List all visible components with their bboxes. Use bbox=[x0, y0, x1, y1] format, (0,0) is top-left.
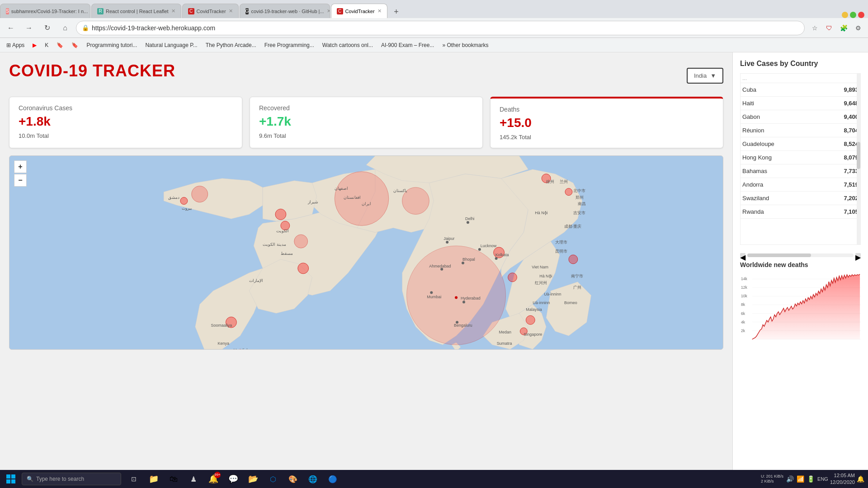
extensions-button[interactable]: 🧩 bbox=[837, 22, 850, 34]
svg-rect-90 bbox=[11, 474, 15, 479]
bookmark-free-prog[interactable]: Free Programming... bbox=[262, 41, 317, 49]
settings-button[interactable]: ⚙ bbox=[852, 22, 864, 34]
cases-value: +1.8k bbox=[19, 114, 233, 129]
zoom-in-button[interactable]: + bbox=[14, 160, 27, 173]
task-view-button[interactable]: ⊡ bbox=[125, 470, 143, 488]
forward-button[interactable]: → bbox=[22, 21, 36, 35]
shield-icon[interactable]: 🛡 bbox=[823, 22, 835, 34]
bookmark-apps[interactable]: ⊞ Apps bbox=[4, 41, 27, 49]
time-display: 12:05 AM 12/20/2020 bbox=[830, 472, 855, 486]
messages-taskbar[interactable]: 💬 bbox=[224, 470, 242, 488]
bookmark-b4[interactable]: 🔖 bbox=[69, 41, 81, 49]
bookmark-cartoons[interactable]: Watch cartoons onl... bbox=[320, 41, 376, 49]
svg-text:广州: 广州 bbox=[573, 285, 581, 290]
chrome-taskbar[interactable]: 🔵 bbox=[324, 470, 342, 488]
list-item: Rwanda7,105 bbox=[741, 205, 860, 219]
back-button[interactable]: ← bbox=[4, 21, 18, 35]
edge-taskbar[interactable]: 🌐 bbox=[304, 470, 322, 488]
svg-text:南宁市: 南宁市 bbox=[571, 274, 583, 278]
volume-icon[interactable]: 🔊 bbox=[786, 475, 794, 483]
list-item: Swaziland7,202 bbox=[741, 192, 860, 205]
vscode-taskbar[interactable]: ⬡ bbox=[264, 470, 282, 488]
taskbar-search[interactable]: 🔍 Type here to search bbox=[22, 473, 121, 485]
start-button[interactable] bbox=[0, 470, 22, 488]
svg-rect-89 bbox=[6, 474, 10, 479]
svg-point-1 bbox=[407, 246, 506, 345]
recovered-card: Recovered +1.7k 9.6m Total bbox=[250, 97, 483, 148]
list-item: Andorra7,519 bbox=[741, 178, 860, 192]
svg-text:پاکستان: پاکستان bbox=[393, 188, 407, 193]
close-button[interactable] bbox=[858, 12, 864, 18]
bookmarks-button[interactable]: ☆ bbox=[808, 22, 821, 34]
svg-rect-91 bbox=[6, 479, 10, 483]
bookmark-programming[interactable]: Programming tutori... bbox=[84, 41, 140, 49]
country-name: Cuba bbox=[742, 86, 756, 93]
country-selector[interactable]: India ▼ bbox=[687, 68, 723, 84]
partial-text: ... bbox=[742, 75, 747, 81]
battery-icon[interactable]: 🔋 bbox=[807, 475, 815, 483]
svg-text:مسقط: مسقط bbox=[281, 251, 293, 256]
deaths-label: Deaths bbox=[500, 106, 714, 113]
country-name: Swaziland bbox=[742, 195, 769, 202]
right-panel: Live Cases by Country ... Cuba9,893Haiti… bbox=[732, 52, 868, 488]
svg-text:ايران: ايران bbox=[362, 202, 371, 206]
bookmark-youtube[interactable]: ▶ bbox=[30, 41, 39, 49]
svg-text:Bhopal: Bhopal bbox=[462, 257, 475, 262]
reload-button[interactable]: ↻ bbox=[40, 21, 54, 35]
bookmark-more[interactable]: » Other bookmarks bbox=[439, 41, 491, 49]
minimize-button[interactable] bbox=[842, 12, 848, 18]
list-item: Hong Kong8,079 bbox=[741, 151, 860, 164]
svg-rect-92 bbox=[11, 479, 15, 483]
deaths-total: 145.2k Total bbox=[500, 134, 714, 141]
svg-text:2k: 2k bbox=[741, 328, 745, 333]
files-taskbar[interactable]: 📂 bbox=[244, 470, 262, 488]
svg-point-16 bbox=[298, 263, 309, 274]
tab-2[interactable]: R React control | React Leaflet ✕ bbox=[91, 4, 181, 18]
network-icon[interactable]: 📶 bbox=[797, 475, 804, 483]
svg-text:Medan: Medan bbox=[499, 330, 511, 334]
bookmark-k[interactable]: K bbox=[42, 41, 51, 49]
svg-text:兰州: 兰州 bbox=[560, 179, 568, 184]
tab-4[interactable]: G covid-19-tracker-web · GitHub |... ✕ bbox=[240, 4, 330, 18]
scroll-right[interactable]: ▶ bbox=[855, 253, 861, 258]
home-button[interactable]: ⌂ bbox=[58, 21, 72, 35]
bookmark-python[interactable]: The Python Arcade... bbox=[203, 41, 259, 49]
address-bar[interactable]: 🔒 https://covid-19-tracker-web.herokuapp… bbox=[76, 21, 805, 35]
deaths-value: +15.0 bbox=[500, 116, 714, 130]
bookmark-b3[interactable]: 🔖 bbox=[54, 41, 66, 49]
chart-container: 14k 12k 10k 8k 6k 4k 2k bbox=[740, 272, 861, 353]
maximize-button[interactable] bbox=[850, 12, 856, 18]
svg-text:افغانستان: افغانستان bbox=[344, 195, 361, 200]
cases-card: Coronavirus Cases +1.8k 10.0m Total bbox=[9, 97, 242, 148]
svg-point-11 bbox=[526, 315, 535, 324]
recovered-label: Recovered bbox=[259, 104, 473, 112]
notifications-taskbar[interactable]: 🔔 99+ bbox=[204, 470, 222, 488]
notifications-button[interactable]: 🔔 bbox=[857, 475, 864, 483]
svg-text:南昌: 南昌 bbox=[578, 202, 586, 206]
country-list[interactable]: ... Cuba9,893Haiti9,648Gabon9,400Réunion… bbox=[740, 73, 861, 245]
scroll-left[interactable]: ◀ bbox=[740, 253, 745, 258]
svg-text:الكويت: الكويت bbox=[276, 229, 289, 234]
new-tab-button[interactable]: + bbox=[390, 5, 403, 18]
stats-row: Coronavirus Cases +1.8k 10.0m Total Reco… bbox=[9, 97, 723, 148]
zoom-out-button[interactable]: − bbox=[14, 174, 27, 187]
apps-icon: ⊞ bbox=[6, 42, 11, 48]
svg-text:8k: 8k bbox=[741, 302, 745, 307]
bookmark-nlp[interactable]: Natural Language P... bbox=[142, 41, 200, 49]
svg-text:郑州: 郑州 bbox=[576, 195, 584, 200]
paint-taskbar[interactable]: 🎨 bbox=[284, 470, 302, 488]
svg-text:Sumatra: Sumatra bbox=[497, 341, 512, 346]
tab-5-active[interactable]: C CovidTracker ✕ bbox=[331, 4, 387, 18]
store-taskbar[interactable]: 🛍 bbox=[165, 470, 183, 488]
recovered-total: 9.6m Total bbox=[259, 132, 473, 139]
svg-point-10 bbox=[508, 273, 517, 282]
svg-text:成都·重庆: 成都·重庆 bbox=[564, 224, 581, 229]
bookmark-ai900[interactable]: AI-900 Exam – Free... bbox=[378, 41, 437, 49]
file-explorer-taskbar[interactable]: 📁 bbox=[145, 470, 163, 488]
list-item: Bahamas7,733 bbox=[741, 164, 860, 178]
steam-taskbar[interactable]: ♟ bbox=[184, 470, 203, 488]
tab-1[interactable]: S subhamrex/Covid-19-Tracker: I n... ✕ bbox=[0, 4, 90, 18]
svg-text:Malaysia: Malaysia bbox=[526, 307, 542, 312]
svg-text:Hà Nội: Hà Nội bbox=[535, 211, 547, 215]
tab-3[interactable]: C CovidTracker ✕ bbox=[182, 4, 239, 18]
